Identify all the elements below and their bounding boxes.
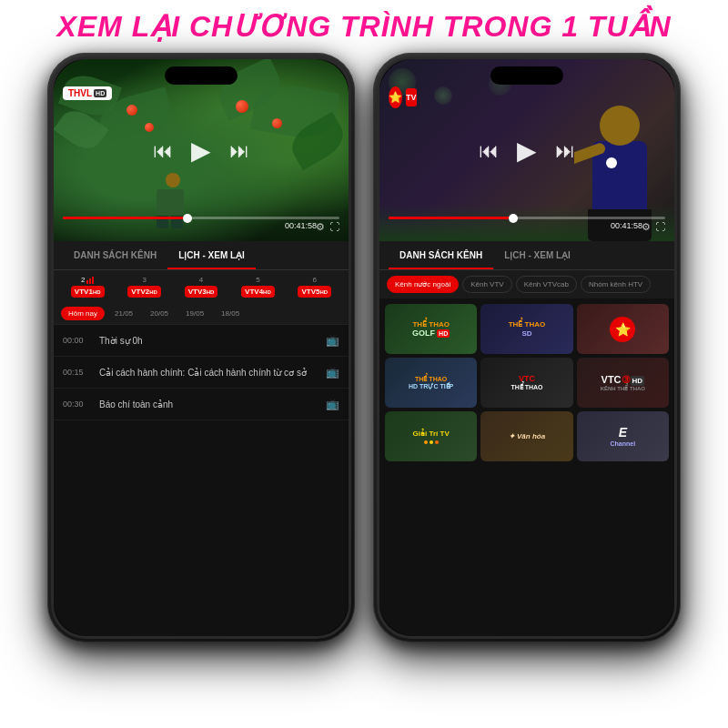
phone-right-frame: ⭐ TV ⏮ ▶ ⏭ — [377, 56, 677, 639]
channel-card-giai-tri-tv[interactable]: Giải Trí TV — [385, 411, 477, 461]
player-head — [600, 106, 640, 146]
play-button-right[interactable]: ▶ — [517, 136, 537, 166]
date-tabs-left: Hôm nay 21/05 20/05 19/05 18/05 — [54, 303, 349, 325]
settings-icons-left: ⚙ ⛶ — [316, 221, 339, 233]
phone-right: ⭐ TV ⏮ ▶ ⏭ — [373, 53, 681, 642]
filter-nuoc-ngoai[interactable]: Kênh nước ngoài — [387, 276, 459, 293]
star-logo-circle: ⭐ — [610, 317, 635, 342]
logo-golf-bg: THỂ THAO GOLFHD — [385, 304, 477, 354]
ch-num-2: 2 — [81, 276, 94, 284]
ch-item-vtv3[interactable]: 4 VTV3HD — [175, 276, 228, 298]
star-logo-container: ⭐ TV — [389, 86, 416, 108]
bokeh-2 — [434, 86, 452, 105]
prev-button-right[interactable]: ⏮ — [479, 138, 499, 162]
channel-card-echannel[interactable]: E Channel — [577, 411, 669, 461]
star-circle-icon: ⭐ — [389, 86, 402, 108]
phone-left-frame: THVL HD ⏮ ▶ ⏭ — [51, 56, 351, 639]
settings-icons-right: ⚙ ⛶ — [642, 221, 665, 233]
video-section-left: THVL HD ⏮ ▶ ⏭ — [54, 59, 349, 241]
logo-golf-text: THỂ THAO GOLFHD — [412, 320, 450, 339]
settings-icon-right[interactable]: ⚙ — [642, 221, 651, 233]
filter-htv[interactable]: Nhóm kênh HTV — [581, 276, 651, 293]
logo-star-bg: ⭐ — [577, 304, 669, 354]
prog-title-3: Báo chí toàn cảnh — [99, 399, 317, 410]
progress-fill-right — [389, 217, 513, 219]
program-item-2[interactable]: 00:15 Cải cách hành chính: Cải cách hành… — [54, 357, 349, 389]
logo-vanhoa-bg: ✦ Văn hóa — [480, 411, 572, 461]
ch-item-vtv1[interactable]: 2 VTV1HD — [61, 276, 114, 298]
channel-card-vtc-thethao[interactable]: VTC THỂ THAO — [480, 358, 572, 408]
program-item-3[interactable]: 00:30 Báo chí toàn cảnh 📺 — [54, 389, 349, 420]
prev-button-left[interactable]: ⏮ — [153, 138, 173, 162]
date-21-05[interactable]: 21/05 — [107, 307, 140, 320]
next-button-left[interactable]: ⏭ — [229, 138, 249, 162]
program-item-1[interactable]: 00:00 Thời sự 0h 📺 — [54, 325, 349, 357]
logo-vtc-bg: VTC THỂ THAO — [480, 358, 572, 408]
channel-card-star-sports[interactable]: ⭐ — [577, 304, 669, 354]
progress-fill-left — [63, 217, 187, 219]
playback-controls-left[interactable]: ⏮ ▶ ⏭ — [153, 136, 249, 166]
channel-card-thethao-sd[interactable]: THỂ THAO SD — [480, 304, 572, 354]
filter-vtvcab[interactable]: Kênh VTVcab — [516, 276, 577, 293]
next-button-right[interactable]: ⏭ — [555, 138, 575, 162]
channel-card-golf[interactable]: THỂ THAO GOLFHD — [385, 304, 477, 354]
logo-vtc3-text: VTC③HD KÊNH THỂ THAO — [601, 374, 645, 392]
channel-logo-left: THVL HD — [63, 86, 112, 100]
date-19-05[interactable]: 19/05 — [178, 307, 211, 320]
vtv1-logo: VTV1HD — [71, 286, 105, 298]
date-18-05[interactable]: 18/05 — [214, 307, 247, 320]
ch-item-vtv2[interactable]: 3 VTV2HD — [117, 276, 170, 298]
prog-time-2: 00:15 — [63, 368, 90, 377]
playback-controls-right[interactable]: ⏮ ▶ ⏭ — [479, 136, 575, 166]
fullscreen-icon-left[interactable]: ⛶ — [329, 221, 339, 233]
play-button-left[interactable]: ▶ — [191, 136, 211, 166]
phones-container: THVL HD ⏮ ▶ ⏭ — [0, 53, 728, 642]
channel-numbers-left: 2 VTV1HD 3 VTV2HD — [54, 270, 349, 303]
logo-vanhoa-text: ✦ Văn hóa — [509, 432, 545, 441]
logo-sd-bg: THỂ THAO SD — [480, 304, 572, 354]
tab-nav-left: DANH SÁCH KÊNH LỊCH - XEM LẠI — [54, 241, 349, 270]
prog-icon-3: 📺 — [326, 398, 339, 410]
logo-vtc3-bg: VTC③HD KÊNH THỂ THAO — [577, 358, 669, 408]
page-title: XEM LẠI CHƯƠNG TRÌNH TRONG 1 TUẦN — [56, 9, 671, 44]
logo-star-text: ⭐ — [610, 317, 635, 342]
prog-icon-2: 📺 — [326, 366, 339, 379]
program-list-left: 00:00 Thời sự 0h 📺 00:15 Cải cách hành c… — [54, 325, 349, 420]
ch-num-6: 6 — [313, 276, 317, 284]
ch-item-vtv5[interactable]: 6 VTV5HD — [288, 276, 341, 298]
tab-schedule-left[interactable]: LỊCH - XEM LẠI — [167, 241, 256, 269]
channel-card-van-hoa[interactable]: ✦ Văn hóa — [480, 411, 572, 461]
logo-echannel-text: E Channel — [611, 425, 636, 448]
ch-num-4: 4 — [199, 276, 203, 284]
logo-sd-text: THỂ THAO SD — [509, 320, 546, 338]
tv-badge: TV — [406, 88, 417, 106]
date-20-05[interactable]: 20/05 — [143, 307, 176, 320]
settings-icon-left[interactable]: ⚙ — [316, 221, 325, 233]
logo-hd-bg: THỂ THAO HD TRỰC TIẾP — [385, 358, 477, 408]
phone-left-notch — [165, 66, 238, 85]
logo-vtc-text: VTC THỂ THAO — [511, 374, 542, 391]
vtv4-logo: VTV4HD — [241, 286, 275, 298]
filter-vtv[interactable]: Kênh VTV — [462, 276, 511, 293]
ch-num-3: 3 — [142, 276, 146, 284]
fullscreen-icon-right[interactable]: ⛶ — [655, 221, 665, 233]
tab-channel-list-right[interactable]: DANH SÁCH KÊNH — [389, 241, 493, 269]
tab-channel-list-left[interactable]: DANH SÁCH KÊNH — [63, 241, 167, 269]
vtv3-logo: VTV3HD — [185, 286, 218, 298]
ch-item-vtv4[interactable]: 5 VTV4HD — [231, 276, 284, 298]
progress-bar-left[interactable]: 00:41:58 ⚙ ⛶ — [63, 217, 339, 219]
person-body — [157, 189, 184, 215]
prog-icon-1: 📺 — [326, 334, 339, 347]
progress-dot-left — [183, 214, 192, 223]
channel-card-thethao-hd[interactable]: THỂ THAO HD TRỰC TIẾP — [385, 358, 477, 408]
channel-card-vtc3[interactable]: VTC③HD KÊNH THỂ THAO — [577, 358, 669, 408]
logo-thvl: THVL — [68, 88, 92, 98]
progress-area-right: 00:41:58 ⚙ ⛶ — [389, 217, 665, 223]
prog-title-2: Cải cách hành chính: Cải cách hành chính… — [99, 368, 317, 378]
prog-time-1: 00:00 — [63, 336, 90, 345]
tab-nav-right: DANH SÁCH KÊNH LỊCH - XEM LẠI — [379, 241, 674, 270]
channel-grid-right: THỂ THAO GOLFHD THỂ THAO SD — [379, 298, 674, 467]
tab-schedule-right[interactable]: LỊCH - XEM LẠI — [493, 241, 581, 269]
date-today[interactable]: Hôm nay — [61, 307, 105, 320]
progress-bar-right[interactable]: 00:41:58 ⚙ ⛶ — [389, 217, 665, 219]
